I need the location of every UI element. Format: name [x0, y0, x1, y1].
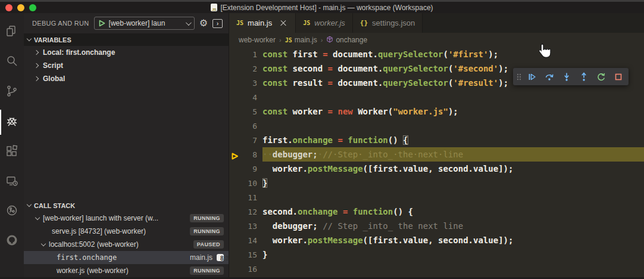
code-line-text[interactable]: const first = document.querySelector('#f…	[262, 47, 644, 61]
code-line[interactable]: 10}	[229, 176, 644, 190]
gutter[interactable]: 16	[229, 262, 262, 276]
code-line-text[interactable]: first.onchange = function() {	[262, 133, 644, 147]
gutter[interactable]: 7	[229, 133, 262, 147]
gutter[interactable]: 14	[229, 233, 262, 247]
gutter[interactable]: 1	[229, 47, 262, 61]
code-line[interactable]: 17worker.onmessage = function(e) {	[229, 276, 644, 277]
code-line-text[interactable]	[262, 90, 644, 104]
step-into-button[interactable]	[558, 68, 575, 85]
close-icon[interactable]	[279, 18, 288, 28]
code-line[interactable]: 12second.onchange = function() {	[229, 204, 644, 219]
debug-console-icon[interactable]: ›	[212, 19, 223, 28]
code-line[interactable]: 15}	[229, 247, 644, 262]
code-line[interactable]: 9 worker.postMessage([first.value, secon…	[229, 162, 644, 176]
gutter[interactable]: 3	[229, 76, 262, 90]
launch-config-label: [web-worker] laun	[109, 19, 182, 27]
code-line-text[interactable]: }	[262, 247, 644, 262]
code-line[interactable]: 6	[229, 119, 644, 133]
code-line-text[interactable]: }	[262, 176, 644, 190]
callstack-session-localhost[interactable]: localhost:5002 (web-worker) PAUSED	[24, 238, 229, 251]
tab-bar: JS main.js JS worker.js {} settings.json	[229, 13, 644, 33]
gutter[interactable]: 10	[229, 176, 262, 190]
line-number: 5	[252, 107, 257, 116]
activity-bar	[0, 13, 24, 277]
gutter[interactable]: 15	[229, 247, 262, 262]
code-line[interactable]: 1const first = document.querySelector('#…	[229, 47, 644, 61]
code-line[interactable]: 11	[229, 190, 644, 204]
line-number: 12	[248, 207, 257, 216]
code-editor[interactable]: 1const first = document.querySelector('#…	[229, 47, 644, 277]
code-line[interactable]: 4	[229, 90, 644, 104]
sidebar-item-source-control[interactable]	[0, 78, 24, 107]
gear-icon[interactable]: ⚙	[199, 18, 208, 28]
sidebar-item-explorer[interactable]	[0, 18, 24, 48]
gutter[interactable]: 6	[229, 119, 262, 133]
github-icon	[5, 233, 19, 250]
sidebar-item-extensions[interactable]	[0, 137, 24, 167]
start-debugging-icon[interactable]	[99, 20, 105, 27]
code-line-text[interactable]: worker.postMessage([first.value, second.…	[262, 162, 644, 176]
gutter[interactable]: 5	[229, 104, 262, 119]
code-line[interactable]: 8··debugger;·//·Step·_into_·the·next·lin…	[229, 147, 644, 162]
tab-main-js[interactable]: JS main.js	[229, 13, 296, 33]
code-line-text[interactable]: debugger; // Step _into_ the next line	[262, 219, 644, 233]
toolbar-drag-handle[interactable]	[515, 72, 523, 82]
code-line-text[interactable]	[262, 262, 644, 276]
call-stack-section-header[interactable]: CALL STACK	[24, 199, 229, 212]
frame-label: first.onchange	[57, 253, 117, 262]
variables-scope-local[interactable]: Local: first.onchange	[24, 46, 229, 59]
variables-scope-global[interactable]: Global	[24, 72, 229, 85]
step-out-button[interactable]	[575, 68, 592, 85]
sidebar-item-search[interactable]	[0, 48, 24, 78]
callstack-frame-first-onchange[interactable]: first.onchange main.js 8:3	[24, 251, 229, 264]
callstack-session-worker[interactable]: worker.js (web-worker) RUNNING	[24, 264, 229, 277]
status-badge: PAUSED	[193, 240, 224, 249]
gutter[interactable]: 4	[229, 90, 262, 104]
breadcrumb-symbol[interactable]: onchange	[326, 36, 367, 45]
code-line[interactable]: 7first.onchange = function() {	[229, 133, 644, 147]
chevron-down-icon	[35, 215, 40, 219]
sidebar-item-github[interactable]	[0, 227, 24, 256]
stop-button[interactable]	[609, 68, 627, 85]
variables-section-header[interactable]: VARIABLES	[24, 33, 229, 46]
sidebar-item-remote-explorer[interactable]	[0, 167, 24, 197]
tab-worker-js[interactable]: JS worker.js	[296, 13, 353, 33]
code-line-text[interactable]: ··debugger;·//·Step·_into_·the·next·line	[262, 147, 644, 162]
code-line[interactable]: 16	[229, 262, 644, 276]
breadcrumb-file[interactable]: JS main.js	[285, 36, 317, 44]
gutter[interactable]: 17	[229, 276, 262, 277]
js-lang-icon: JS	[285, 37, 292, 44]
code-line[interactable]: 13 debugger; // Step _into_ the next lin…	[229, 219, 644, 233]
code-line-text[interactable]	[262, 119, 644, 133]
gutter[interactable]: 12	[229, 204, 262, 219]
continue-button[interactable]	[523, 68, 540, 85]
code-line[interactable]: 5const worker = new Worker("worker.js");	[229, 104, 644, 119]
code-line-text[interactable]: second.onchange = function() {	[262, 204, 644, 219]
source-control-icon	[5, 84, 19, 101]
sidebar-item-live-share[interactable]	[0, 197, 24, 227]
chevron-down-icon	[41, 241, 46, 246]
code-line[interactable]: 14 worker.postMessage([first.value, seco…	[229, 233, 644, 247]
callstack-session-serve[interactable]: serve.js [84732] (web-worker) RUNNING	[24, 225, 229, 238]
gutter[interactable]: 8	[229, 147, 262, 162]
gutter[interactable]: 13	[229, 219, 262, 233]
code-line-text[interactable]	[262, 190, 644, 204]
variables-scope-script[interactable]: Script	[24, 59, 229, 72]
code-line-text[interactable]: const worker = new Worker("worker.js");	[262, 104, 644, 119]
gutter[interactable]: 9	[229, 162, 262, 176]
gutter[interactable]: 2	[229, 61, 262, 76]
json-lang-icon: {}	[360, 19, 368, 27]
line-number: 9	[252, 165, 257, 173]
breadcrumb-folder[interactable]: web-worker	[239, 36, 276, 44]
code-line-text[interactable]: worker.onmessage = function(e) {	[262, 276, 644, 277]
tab-settings-json[interactable]: {} settings.json	[353, 13, 423, 33]
line-number: 8	[252, 150, 257, 159]
sidebar-item-run-and-debug[interactable]	[0, 107, 24, 137]
launch-config-dropdown[interactable]: [web-worker] laun	[94, 17, 195, 30]
line-number: 15	[248, 250, 257, 259]
restart-button[interactable]	[592, 68, 609, 85]
step-over-button[interactable]	[540, 68, 558, 85]
code-line-text[interactable]: worker.postMessage([first.value, second.…	[262, 233, 644, 247]
gutter[interactable]: 11	[229, 190, 262, 204]
callstack-session-launch[interactable]: [web-worker] launch with server (w... RU…	[24, 212, 229, 225]
